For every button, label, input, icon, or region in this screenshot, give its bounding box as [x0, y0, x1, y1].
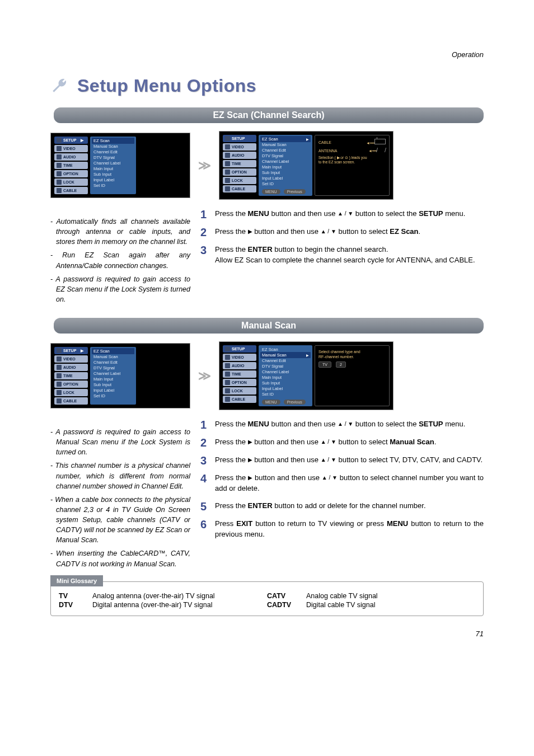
osd-tab-setup: SETUP: [223, 135, 256, 142]
glossary-key: CATV: [267, 592, 301, 600]
osd-tab-video: VIDEO: [223, 143, 256, 151]
glossary-value: Analog cable TV signal: [306, 592, 475, 600]
glossary-value: Analog antenna (over-the-air) TV signal: [92, 592, 261, 600]
header-section: Operation: [50, 50, 484, 59]
osd-tab-audio: AUDIO: [223, 152, 256, 159]
page-number: 71: [50, 630, 484, 638]
step-number: 3: [200, 245, 209, 256]
step-text: Press EXIT button to return to TV viewin…: [215, 519, 484, 540]
osd-item-ezscan: EZ Scan: [92, 138, 134, 144]
osd-item-manualscan: Manual Scan: [93, 144, 133, 149]
osd-setup-menu-b: SETUP VIDEO AUDIO TIME OPTION LOCK CABLE…: [219, 131, 394, 200]
osd-item: Channel Edit: [93, 360, 133, 365]
osd-item-dtvsignal: DTV Signal: [93, 155, 133, 160]
osd-setup-menu-c: SETUP ▶ VIDEO AUDIO TIME OPTION LOCK CAB…: [50, 343, 190, 408]
osd-tab-time: TIME: [223, 370, 256, 378]
osd-setup-menu-a: SETUP ▶ VIDEO AUDIO TIME OPTION LOCK CAB…: [50, 133, 190, 198]
osd-tab-audio: AUDIO: [54, 153, 88, 161]
osd-item: Channel Label: [93, 371, 133, 376]
osd-tab-cable: CABLE: [223, 396, 256, 403]
osd-item: DTV Signal: [93, 365, 133, 370]
osd-item: Set ID: [93, 393, 133, 398]
osd-item: Set ID: [262, 181, 309, 186]
step-number: 1: [200, 419, 209, 430]
osd-tab-lock: LOCK: [54, 179, 88, 186]
osd-item: Channel Edit: [262, 358, 309, 363]
osd-item-maininput: Main Input: [93, 166, 133, 171]
osd-tab-cable: CABLE: [223, 185, 256, 192]
osd-item: Manual Scan: [262, 142, 309, 147]
osd-note: Select channel type and: [318, 349, 386, 354]
osd-item: Manual Scan: [93, 354, 133, 359]
osd-tab-option: OPTION: [223, 379, 256, 386]
osd-tab-time: TIME: [54, 162, 88, 169]
osd-tab-time: TIME: [223, 160, 256, 167]
osd-ezscan-panel: CABLE◄━━ ANTENNA◄━━ Selection ( ▶ or ⊙ )…: [315, 135, 390, 196]
wrench-icon: [50, 77, 69, 96]
step-number: 4: [200, 473, 209, 484]
step-text: Press the MENU button and then use ▲ / ▼…: [215, 419, 484, 430]
glossary-value: Digital antenna (over-the-air) TV signal: [92, 601, 261, 609]
osd-foot-previous: Previous: [284, 189, 306, 194]
step-text: Press the ENTER button to add or delete …: [215, 501, 484, 511]
osd-item-channellabel: Channel Label: [93, 161, 133, 166]
osd-tab-lock: LOCK: [223, 387, 256, 395]
osd-tab-video: VIDEO: [54, 145, 88, 152]
osd-item: Channel Label: [262, 369, 309, 374]
osd-tab-lock: LOCK: [223, 177, 256, 184]
osd-tab-option: OPTION: [223, 168, 256, 176]
osd-tab-audio: AUDIO: [54, 364, 88, 371]
osd-item-manualscan-selected: Manual Scan▶: [260, 352, 311, 358]
osd-foot-menu: MENU: [262, 189, 280, 194]
step-text: Press the MENU button and then use ▲ / ▼…: [215, 209, 484, 219]
osd-note: to the EZ scan screen.: [318, 160, 386, 165]
osd-item: Main Input: [262, 375, 309, 380]
chip-channel: 2: [336, 361, 346, 368]
osd-note: RF-channel number.: [318, 354, 386, 359]
glossary-key: CADTV: [267, 601, 301, 609]
note-item: - A password is required to gain access …: [50, 427, 190, 457]
osd-tab-audio: AUDIO: [223, 362, 256, 369]
ezscan-notes: - Automatically finds all channels avail…: [50, 217, 190, 308]
osd-tab-option: OPTION: [54, 170, 88, 177]
osd-note: Selection ( ▶ or ⊙ ) leads you: [318, 156, 386, 160]
osd-tab-option: OPTION: [54, 381, 88, 388]
osd-tab-cable: CABLE: [54, 397, 88, 405]
glossary-key: TV: [59, 592, 87, 600]
antenna-label: ANTENNA: [318, 149, 337, 153]
step-number: 5: [200, 501, 209, 512]
step-text: Press the ▶ button and then use ▲ / ▼ bu…: [215, 227, 484, 237]
osd-item: Channel Label: [262, 159, 309, 164]
note-item: - Run EZ Scan again after any Antenna/Ca…: [50, 250, 190, 270]
osd-item-setid: Set ID: [93, 183, 133, 188]
note-item: - When a cable box connects to the physi…: [50, 495, 190, 546]
note-item: - This channel number is a physical chan…: [50, 461, 190, 491]
osd-tab-time: TIME: [54, 372, 88, 379]
osd-item: Input Label: [262, 386, 309, 391]
osd-setup-menu-d: SETUP VIDEO AUDIO TIME OPTION LOCK CABLE…: [219, 341, 394, 410]
osd-item-ezscan: EZ Scan: [92, 348, 134, 354]
step-number: 3: [200, 455, 209, 466]
osd-item: EZ Scan: [262, 347, 309, 352]
step-number: 2: [200, 437, 209, 448]
osd-item: DTV Signal: [262, 153, 309, 158]
page-title: Setup Menu Options: [77, 76, 256, 96]
mini-glossary: Mini Glossary TV Analog antenna (over-th…: [50, 581, 484, 616]
glossary-key: DTV: [59, 601, 87, 609]
manualscan-notes: - A password is required to gain access …: [50, 427, 190, 572]
osd-item-inputlabel: Input Label: [93, 177, 133, 182]
osd-item: Sub Input: [93, 382, 133, 387]
cable-label: CABLE: [318, 140, 331, 144]
chip-tv: TV: [318, 361, 331, 368]
step-text: Press the ▶ button and then use ▲ / ▼ bu…: [215, 455, 484, 466]
osd-item: Channel Edit: [262, 148, 309, 153]
step-text: Press the ▶ button and then use ▲ / ▼ bu…: [215, 437, 484, 448]
osd-item: DTV Signal: [262, 364, 309, 369]
osd-tab-video: VIDEO: [54, 355, 88, 363]
osd-item: Input Label: [93, 388, 133, 393]
osd-item-channeledit: Channel Edit: [93, 149, 133, 154]
osd-tab-lock: LOCK: [54, 389, 88, 396]
section-bar-manualscan: Manual Scan: [54, 318, 484, 334]
osd-item-ezscan-selected: EZ Scan▶: [260, 136, 311, 142]
step-number: 1: [200, 209, 209, 220]
